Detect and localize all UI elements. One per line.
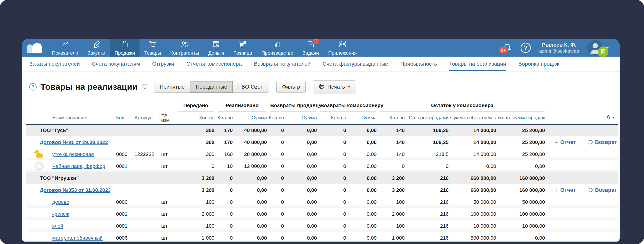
- column-header-sum[interactable]: Сумма: [348, 112, 378, 124]
- plus-icon: +: [554, 188, 558, 193]
- topnav-item-label: Контрагенты: [170, 50, 199, 56]
- value-cell: 0,00: [348, 148, 378, 160]
- subnav-item[interactable]: Отчеты комиссионера: [186, 56, 242, 71]
- column-header-avg-sale-term[interactable]: Ср. срок продажи: [406, 112, 450, 124]
- report-action-link[interactable]: +Отчет: [554, 187, 576, 193]
- contract-row: Договор №91 от 29.09.202230017040 800,00…: [26, 136, 618, 148]
- report-action-link[interactable]: +Отчет: [554, 139, 576, 146]
- article-cell: [128, 160, 155, 172]
- value-cell: 0: [268, 208, 286, 220]
- view-toggle-button[interactable]: FBO Ozon: [232, 81, 269, 93]
- value-cell: 0: [406, 160, 450, 172]
- undo-arrow-icon: [587, 186, 593, 194]
- topnav-item-tasks[interactable]: 1Задачи: [298, 39, 324, 56]
- contract-link[interactable]: Договор №353 от 31.08.2023: [40, 187, 110, 193]
- value-cell: 0: [318, 208, 348, 220]
- subnav-item[interactable]: Заказы покупателей: [29, 56, 80, 71]
- report-action-label: Отчет: [560, 187, 576, 193]
- column-header-code[interactable]: Код: [110, 112, 128, 124]
- print-button[interactable]: Печать: [313, 80, 356, 94]
- topnav-item-retail[interactable]: Розница: [228, 39, 256, 56]
- avatar-button[interactable]: [588, 40, 609, 56]
- value-cell: 0: [318, 124, 348, 136]
- topnav-item-money[interactable]: Деньги: [204, 39, 229, 56]
- product-link[interactable]: Чайная пара, фарфор: [52, 163, 105, 169]
- unit-cell: шт: [155, 220, 176, 232]
- chart-line-icon: [61, 40, 70, 48]
- view-toggle-button[interactable]: Переданные: [190, 81, 233, 93]
- product-link[interactable]: уточка резиновая: [52, 151, 94, 157]
- topnav-item-production[interactable]: Производство: [257, 39, 298, 56]
- column-header-qty[interactable]: Кол-во: [318, 112, 348, 124]
- topnav-item-label: Приложения: [328, 50, 357, 56]
- subnav-item[interactable]: Отгрузки: [152, 56, 174, 71]
- filter-button[interactable]: Фильтр: [276, 81, 306, 93]
- value-cell: 0: [268, 196, 286, 208]
- value-cell: 0: [216, 232, 234, 242]
- name-cell: Договор №353 от 31.08.2023: [26, 184, 110, 196]
- product-link[interactable]: клей: [52, 223, 63, 229]
- value-cell: 25 200,00: [498, 148, 546, 160]
- subnav-item[interactable]: Воронка продаж: [518, 56, 559, 71]
- notifications-button[interactable]: 9+: [502, 43, 512, 53]
- value-cell: 216: [406, 172, 450, 184]
- subnav-item[interactable]: Счета-фактуры выданные: [323, 56, 388, 71]
- topnav-item-counterparties[interactable]: Контрагенты: [166, 39, 204, 56]
- value-cell: 0: [318, 148, 348, 160]
- name-cell: Договор №91 от 29.09.2022: [26, 136, 110, 148]
- product-link[interactable]: материал обивочный: [52, 235, 103, 241]
- unit-cell: шт: [155, 208, 176, 220]
- column-header-qty[interactable]: Кол-во: [216, 112, 234, 124]
- teacup-thumbnail: [33, 160, 45, 172]
- row-actions: +ОтчетВозврат: [546, 138, 618, 146]
- subnav-item[interactable]: Товары на реализации: [449, 56, 506, 71]
- topnav-item-sales[interactable]: Продажи: [110, 39, 140, 56]
- value-cell: 10: [216, 160, 234, 172]
- column-settings-button[interactable]: [546, 112, 618, 124]
- column-header-qty[interactable]: Кол-во: [176, 112, 216, 124]
- column-header-name[interactable]: Наименование: [26, 112, 110, 124]
- return-action-link[interactable]: Возврат: [587, 186, 617, 194]
- value-cell: 100 000,00: [450, 208, 498, 220]
- value-cell: 0,00: [234, 220, 268, 232]
- code-cell: [110, 124, 128, 136]
- column-header-qty[interactable]: Кол-во: [268, 112, 286, 124]
- unit-cell: шт: [155, 232, 176, 242]
- refresh-button[interactable]: [142, 84, 148, 90]
- subnav-item[interactable]: Возвраты покупателей: [254, 56, 310, 71]
- report-action-label: Отчет: [560, 139, 576, 146]
- code-cell: 00015: [110, 160, 128, 172]
- user-menu[interactable]: Рылеев К. Ф. admin@sevkavlab: [539, 42, 579, 54]
- column-header-planned-sum[interactable]: План. сумма продаж: [498, 112, 546, 124]
- value-cell: 3 200: [378, 172, 406, 184]
- moysklad-cloud-logo[interactable]: [22, 39, 47, 56]
- view-toggle-button[interactable]: Принятые: [154, 81, 190, 93]
- contract-link[interactable]: Договор №91 от 29.09.2022: [40, 139, 108, 145]
- tasks-check-icon: 1: [306, 40, 315, 48]
- value-cell: 0,00: [348, 136, 378, 148]
- topnav-item-goods[interactable]: Товары: [140, 39, 166, 56]
- name-cell: ТОО "Гусь": [26, 124, 110, 136]
- organization-name: ТОО "Гусь": [40, 127, 68, 133]
- value-cell: 0,00: [286, 160, 318, 172]
- topnav-item-apps[interactable]: Приложения: [324, 39, 361, 56]
- return-action-link[interactable]: Возврат: [587, 138, 617, 146]
- column-header-qty[interactable]: Кол-во: [378, 112, 406, 124]
- subnav-item[interactable]: Счета покупателям: [92, 56, 140, 71]
- article-cell: [128, 124, 155, 136]
- column-header-sum[interactable]: Сумма: [286, 112, 318, 124]
- product-link[interactable]: дерево: [52, 199, 69, 205]
- column-header-sum[interactable]: Сумма: [234, 112, 268, 124]
- subnav-item[interactable]: Прибыльность: [400, 56, 437, 71]
- help-button[interactable]: ?: [520, 43, 531, 53]
- value-cell: 100: [378, 196, 406, 208]
- page-help-button[interactable]: ?: [29, 83, 36, 90]
- value-cell: 0,00: [348, 160, 378, 172]
- column-header-cost-sum[interactable]: Сумма себестоимости: [450, 112, 498, 124]
- topnav-item-indicators[interactable]: Показатели: [47, 39, 83, 56]
- column-header-article[interactable]: Артикул: [128, 112, 155, 124]
- value-cell: 0,00: [234, 208, 268, 220]
- value-cell: 0,00: [348, 208, 378, 220]
- topnav-item-purchases[interactable]: Закупки: [83, 39, 110, 56]
- product-link[interactable]: крепеж: [52, 211, 69, 217]
